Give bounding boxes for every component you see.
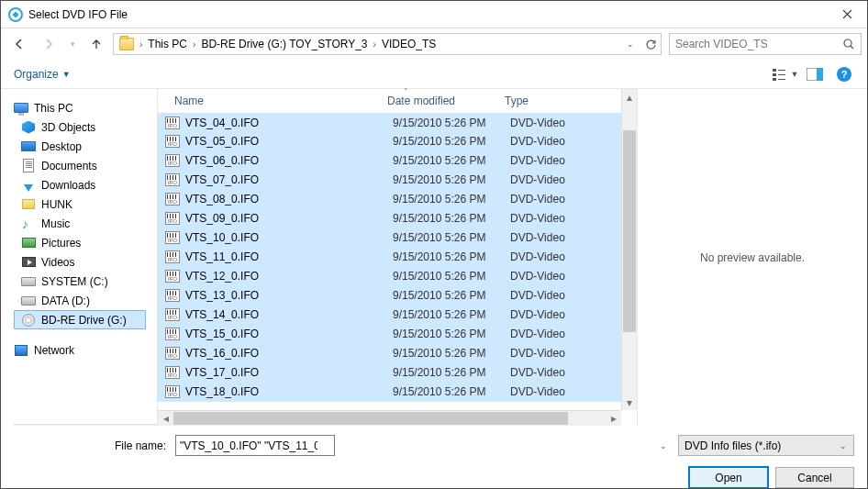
file-row[interactable]: VTS_12_0.IFO9/15/2010 5:26 PMDVD-Video xyxy=(158,267,637,286)
organize-label: Organize xyxy=(14,68,59,81)
nav-item[interactable]: Desktop xyxy=(14,137,157,156)
file-row[interactable]: VTS_13_0.IFO9/15/2010 5:26 PMDVD-Video xyxy=(158,286,637,306)
crumb-this-pc[interactable]: This PC xyxy=(144,38,191,50)
file-row[interactable]: VTS_09_0.IFO9/15/2010 5:26 PMDVD-Video xyxy=(158,209,637,228)
file-row[interactable]: VTS_17_0.IFO9/15/2010 5:26 PMDVD-Video xyxy=(158,363,637,383)
nav-item[interactable]: 3D Objects xyxy=(14,117,157,137)
nav-item[interactable]: Documents xyxy=(14,156,157,175)
chevron-down-icon: ⌄ xyxy=(660,441,667,450)
back-button[interactable] xyxy=(6,33,32,55)
view-list-icon xyxy=(773,68,789,81)
hdd-icon xyxy=(21,277,36,286)
address-bar[interactable]: › This PC › BD-RE Drive (G:) TOY_STORY_3… xyxy=(113,33,662,55)
file-date: 9/15/2010 5:26 PM xyxy=(393,117,510,129)
scroll-thumb[interactable] xyxy=(623,130,636,332)
ifo-file-icon xyxy=(165,135,180,148)
search-placeholder: Search VIDEO_TS xyxy=(675,38,768,50)
recent-dropdown[interactable]: ▾ xyxy=(65,33,80,55)
scroll-thumb[interactable] xyxy=(173,412,568,425)
nav-item[interactable]: Pictures xyxy=(14,233,157,252)
file-list-pane: Name Date modified Type ˄ VTS_04_0.IFO9/… xyxy=(157,89,638,426)
open-button[interactable]: Open xyxy=(689,467,768,488)
svg-rect-4 xyxy=(778,70,785,71)
vertical-scrollbar[interactable]: ▴ ▾ xyxy=(621,89,637,410)
footer: File name: ⌄ DVD Info files (*.ifo) ⌄ Op… xyxy=(1,426,867,488)
up-button[interactable] xyxy=(83,33,109,55)
file-date: 9/15/2010 5:26 PM xyxy=(393,250,510,263)
file-name: VTS_05_0.IFO xyxy=(185,135,393,148)
nav-item-label: HUNK xyxy=(41,198,72,211)
refresh-button[interactable] xyxy=(640,34,661,54)
nav-label: Network xyxy=(34,344,74,357)
file-row[interactable]: VTS_16_0.IFO9/15/2010 5:26 PMDVD-Video xyxy=(158,344,637,363)
pic-icon xyxy=(22,238,36,248)
nav-item[interactable]: Videos xyxy=(14,252,157,272)
forward-button[interactable] xyxy=(36,33,61,55)
filename-dropdown[interactable]: ⌄ xyxy=(655,436,672,455)
file-row[interactable]: VTS_06_0.IFO9/15/2010 5:26 PMDVD-Video xyxy=(158,151,637,171)
search-input[interactable]: Search VIDEO_TS xyxy=(669,33,862,55)
title-bar: Select DVD IFO File xyxy=(1,1,867,28)
navigation-pane: This PC 3D ObjectsDesktopDocumentsDownlo… xyxy=(1,89,157,426)
scroll-left-icon[interactable]: ◂ xyxy=(158,411,173,426)
file-name: VTS_08_0.IFO xyxy=(185,193,393,206)
scroll-up-icon[interactable]: ▴ xyxy=(622,89,637,105)
nav-item[interactable]: BD-RE Drive (G:) xyxy=(14,310,146,329)
column-type[interactable]: Type xyxy=(495,94,637,107)
file-row[interactable]: VTS_04_0.IFO9/15/2010 5:26 PMDVD-Video xyxy=(158,113,637,132)
file-row[interactable]: VTS_08_0.IFO9/15/2010 5:26 PMDVD-Video xyxy=(158,190,637,209)
nav-item[interactable]: HUNK xyxy=(14,194,157,214)
crumb-separator: › xyxy=(372,39,378,50)
crumb-folder[interactable]: VIDEO_TS xyxy=(378,38,440,50)
file-date: 9/15/2010 5:26 PM xyxy=(393,347,510,360)
file-row[interactable]: VTS_05_0.IFO9/15/2010 5:26 PMDVD-Video xyxy=(158,132,637,151)
file-row[interactable]: VTS_11_0.IFO9/15/2010 5:26 PMDVD-Video xyxy=(158,248,637,267)
crumb-separator: › xyxy=(191,39,197,50)
close-icon xyxy=(842,9,852,19)
file-row[interactable]: VTS_15_0.IFO9/15/2010 5:26 PMDVD-Video xyxy=(158,325,637,344)
file-date: 9/15/2010 5:26 PM xyxy=(393,385,510,398)
nav-horizontal-scrollbar[interactable]: ◂ ▸ xyxy=(14,424,157,426)
scroll-right-icon[interactable]: ▸ xyxy=(606,411,621,426)
file-name: VTS_17_0.IFO xyxy=(185,366,393,379)
file-list[interactable]: VTS_04_0.IFO9/15/2010 5:26 PMDVD-VideoVT… xyxy=(158,113,637,426)
ifo-file-icon xyxy=(165,385,180,398)
view-options-button[interactable]: ▼ xyxy=(772,63,799,85)
close-button[interactable] xyxy=(827,1,867,28)
filter-dropdown[interactable]: ⌄ xyxy=(835,437,851,454)
nav-item[interactable]: ♪Music xyxy=(14,214,157,233)
sort-indicator-icon: ˄ xyxy=(404,87,408,96)
filename-input[interactable] xyxy=(175,435,335,456)
column-name[interactable]: Name xyxy=(165,94,378,107)
svg-rect-1 xyxy=(773,69,776,72)
nav-item[interactable]: SYSTEM (C:) xyxy=(14,272,157,291)
address-dropdown[interactable]: ⌄ xyxy=(620,34,640,54)
file-type: DVD-Video xyxy=(510,289,637,302)
file-type: DVD-Video xyxy=(510,270,637,283)
nav-this-pc[interactable]: This PC xyxy=(14,98,157,117)
nav-item-label: SYSTEM (C:) xyxy=(41,275,108,288)
ifo-file-icon xyxy=(165,212,180,225)
column-date[interactable]: Date modified xyxy=(378,94,495,107)
ifo-file-icon xyxy=(165,250,180,263)
file-row[interactable]: VTS_18_0.IFO9/15/2010 5:26 PMDVD-Video xyxy=(158,383,637,402)
horizontal-scrollbar[interactable]: ◂ ▸ xyxy=(158,410,621,426)
file-row[interactable]: VTS_14_0.IFO9/15/2010 5:26 PMDVD-Video xyxy=(158,306,637,325)
preview-pane-button[interactable] xyxy=(801,63,829,85)
file-date: 9/15/2010 5:26 PM xyxy=(393,212,510,225)
file-date: 9/15/2010 5:26 PM xyxy=(393,328,510,340)
nav-item[interactable]: Downloads xyxy=(14,175,157,194)
scroll-down-icon[interactable]: ▾ xyxy=(622,395,637,410)
file-type: DVD-Video xyxy=(510,117,637,129)
cancel-button[interactable]: Cancel xyxy=(775,467,854,488)
nav-network[interactable]: Network xyxy=(14,340,157,360)
file-type-filter[interactable]: DVD Info files (*.ifo) ⌄ xyxy=(678,435,854,456)
file-row[interactable]: VTS_07_0.IFO9/15/2010 5:26 PMDVD-Video xyxy=(158,171,637,190)
crumb-drive[interactable]: BD-RE Drive (G:) TOY_STORY_3 xyxy=(197,38,371,50)
help-button[interactable]: ? xyxy=(830,63,858,85)
file-name: VTS_13_0.IFO xyxy=(185,289,393,302)
file-row[interactable]: VTS_10_0.IFO9/15/2010 5:26 PMDVD-Video xyxy=(158,228,637,248)
organize-button[interactable]: Organize ▼ xyxy=(14,68,71,81)
file-date: 9/15/2010 5:26 PM xyxy=(393,173,510,186)
nav-item[interactable]: DATA (D:) xyxy=(14,291,157,310)
